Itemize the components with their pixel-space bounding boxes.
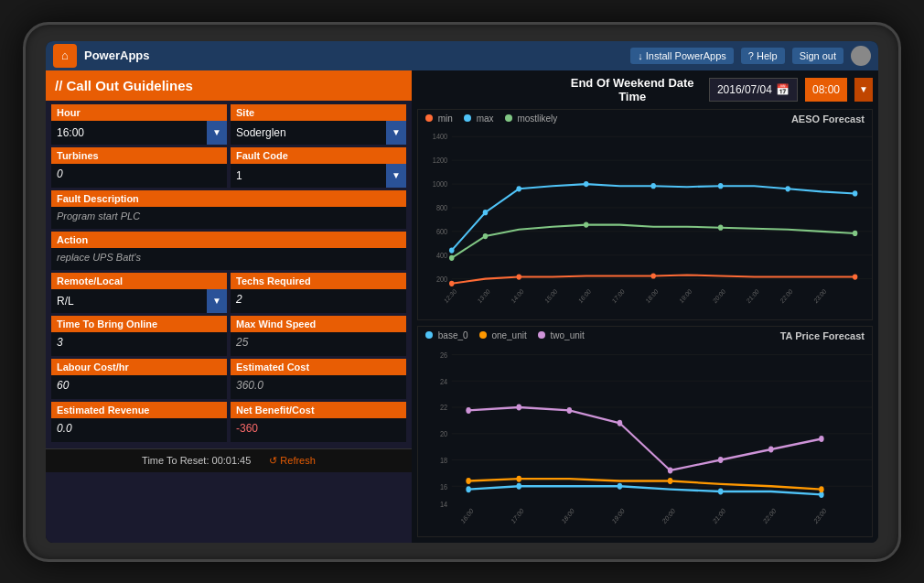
date-value: 2016/07/04: [717, 83, 772, 96]
turbines-value[interactable]: 0: [51, 164, 227, 188]
date-input[interactable]: 2016/07/04 📅: [709, 78, 798, 102]
svg-point-57: [516, 404, 521, 410]
est-revenue-value[interactable]: 0.0: [51, 418, 227, 442]
signout-btn[interactable]: Sign out: [792, 48, 843, 64]
svg-point-63: [819, 436, 824, 442]
min-dot: [425, 114, 433, 122]
datetime-bar: End Of Weekend Date Time 2016/07/04 📅 08…: [417, 76, 873, 103]
aeso-svg: 1400 1200 1000 800 600 400 200: [418, 127, 872, 317]
site-dropdown-arrow[interactable]: ▼: [386, 121, 406, 145]
svg-point-65: [516, 482, 521, 489]
action-label: Action: [51, 232, 406, 248]
svg-point-64: [466, 486, 471, 492]
ta-svg: 26 24 22 20 18 16 14: [418, 344, 872, 534]
fault-code-arrow[interactable]: ▼: [386, 164, 406, 188]
fault-desc-label: Fault Description: [51, 190, 406, 207]
ta-chart: base_0 one_unit two_unit TA Price Foreca…: [417, 326, 873, 537]
svg-text:14:00: 14:00: [510, 287, 525, 304]
site-label: Site: [231, 104, 406, 121]
ta-chart-area: 26 24 22 20 18 16 14: [418, 344, 872, 534]
svg-text:22: 22: [440, 402, 447, 412]
techs-field: Techs Required 2: [231, 273, 406, 313]
svg-point-21: [853, 190, 858, 196]
hour-select[interactable]: 16:00 ▼: [51, 121, 227, 145]
net-benefit-label: Net Benefit/Cost: [231, 402, 406, 418]
turbines-label: Turbines: [51, 147, 227, 164]
svg-text:21:00: 21:00: [746, 287, 760, 304]
fault-code-select[interactable]: 1 ▼: [231, 164, 406, 188]
ta-title: TA Price Forecast: [780, 330, 865, 341]
svg-text:22:00: 22:00: [762, 506, 778, 525]
help-btn[interactable]: ? Help: [741, 48, 785, 64]
svg-text:17:00: 17:00: [510, 506, 525, 525]
svg-point-25: [718, 224, 724, 230]
home-icon[interactable]: ⌂: [53, 44, 77, 68]
calendar-icon[interactable]: 📅: [776, 83, 790, 96]
one-unit-dot: [479, 331, 487, 339]
time-input[interactable]: 08:00: [805, 78, 847, 102]
time-online-value[interactable]: 3: [51, 332, 227, 356]
svg-text:21:00: 21:00: [712, 506, 727, 525]
svg-point-62: [768, 446, 774, 452]
aeso-chart-area: 1400 1200 1000 800 600 400 200: [418, 127, 872, 317]
fault-code-field: Fault Code 1 ▼: [231, 147, 406, 188]
svg-text:18:00: 18:00: [645, 287, 660, 304]
svg-text:20:00: 20:00: [712, 287, 726, 304]
svg-point-30: [853, 274, 858, 279]
svg-point-23: [483, 232, 489, 238]
net-benefit-value[interactable]: -360: [231, 418, 406, 442]
two-unit-legend: two_unit: [538, 330, 585, 340]
install-btn[interactable]: ↓ Install PowerApps: [630, 48, 734, 64]
svg-text:16: 16: [440, 480, 447, 491]
refresh-icon: ↺: [269, 455, 277, 467]
remote-arrow[interactable]: ▼: [207, 289, 227, 313]
turbines-fault-row: Turbines 0 Fault Code 1 ▼: [51, 147, 406, 188]
techs-value[interactable]: 2: [231, 289, 406, 313]
svg-point-24: [584, 221, 589, 227]
site-select[interactable]: Soderglen ▼: [231, 121, 406, 145]
one-unit-legend: one_unit: [479, 330, 527, 340]
action-value: replace UPS Batt's: [51, 248, 406, 270]
two-unit-dot: [538, 331, 545, 339]
aeso-title: AESO Forecast: [791, 113, 865, 124]
hour-site-row: Hour 16:00 ▼ Site Soderglen ▼: [51, 104, 406, 145]
fault-code-label: Fault Code: [231, 147, 406, 164]
svg-text:200: 200: [436, 275, 448, 284]
fault-code-value: 1: [231, 166, 386, 186]
svg-point-56: [466, 407, 471, 414]
right-panel: End Of Weekend Date Time 2016/07/04 📅 08…: [412, 70, 878, 543]
max-legend: max: [464, 113, 494, 124]
svg-text:23:00: 23:00: [812, 287, 827, 304]
site-field: Site Soderglen ▼: [231, 104, 406, 145]
svg-point-20: [785, 186, 790, 191]
topbar-actions: ↓ Install PowerApps ? Help Sign out: [630, 46, 871, 66]
refresh-button[interactable]: ↺ Refresh: [269, 455, 316, 467]
turbines-field: Turbines 0: [51, 147, 227, 188]
time-online-label: Time To Bring Online: [51, 316, 227, 332]
action-field: Action replace UPS Batt's: [51, 232, 406, 270]
hour-value: 16:00: [51, 123, 207, 143]
time-dropdown-arrow[interactable]: ▼: [854, 78, 873, 102]
hour-dropdown-arrow[interactable]: ▼: [207, 121, 227, 145]
svg-text:1000: 1000: [433, 179, 448, 189]
est-cost-value[interactable]: 360.0: [231, 375, 406, 399]
est-revenue-field: Estimated Revenue 0.0: [51, 402, 227, 442]
svg-text:24: 24: [440, 375, 447, 385]
svg-text:16:00: 16:00: [459, 506, 475, 525]
svg-text:600: 600: [436, 227, 448, 236]
refresh-label: Refresh: [280, 455, 316, 466]
time-wind-row: Time To Bring Online 3 Max Wind Speed 25: [51, 316, 406, 356]
fault-desc-field: Fault Description Program start PLC: [51, 190, 406, 229]
max-wind-value[interactable]: 25: [231, 332, 406, 356]
max-wind-label: Max Wind Speed: [231, 316, 406, 332]
svg-text:17:00: 17:00: [611, 287, 626, 304]
status-bar: Time To Reset: 00:01:45 ↺ Refresh: [46, 448, 412, 472]
est-cost-label: Estimated Cost: [231, 359, 406, 375]
max-wind-field: Max Wind Speed 25: [231, 316, 406, 356]
min-legend: min: [425, 113, 453, 124]
svg-text:19:00: 19:00: [678, 287, 693, 304]
svg-point-69: [466, 478, 471, 484]
svg-text:18:00: 18:00: [560, 506, 575, 525]
remote-select[interactable]: R/L ▼: [51, 289, 227, 313]
labour-value[interactable]: 60: [51, 375, 227, 399]
